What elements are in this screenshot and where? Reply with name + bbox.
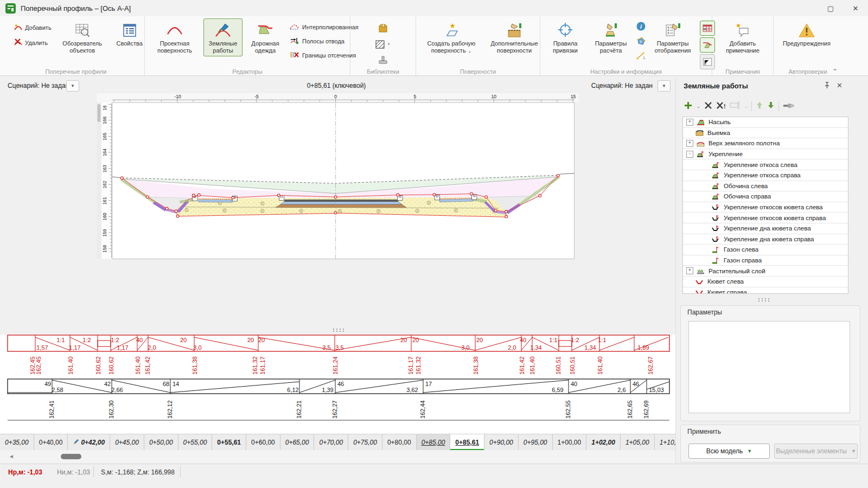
tree-item[interactable]: Газон справа (683, 255, 848, 266)
edit-node[interactable] (146, 196, 149, 198)
interpolated-button[interactable]: Интерполированная (288, 22, 360, 33)
edit-node[interactable] (539, 195, 541, 197)
panel-splitter[interactable] (757, 298, 769, 302)
station-tab[interactable]: 1+00,00 (553, 434, 587, 451)
edit-node[interactable] (505, 215, 508, 218)
apply-all-button[interactable]: Всю модель▼ (688, 444, 770, 459)
warnings-button[interactable]: Предупреждения (778, 18, 835, 49)
cross-section-canvas[interactable]: -10-5051015 1616616516416316216116015915… (0, 93, 675, 325)
edit-node[interactable] (165, 207, 168, 210)
edit-node[interactable] (557, 175, 559, 177)
edit-node[interactable] (494, 209, 497, 212)
edit-node[interactable] (505, 210, 508, 213)
panel-close-icon[interactable]: ✕ (837, 81, 843, 89)
vertical-scrollbar-thumb[interactable] (98, 104, 101, 122)
edit-node[interactable] (120, 177, 123, 179)
scenario-left-dropdown[interactable]: ▼ (66, 80, 79, 92)
tree-item[interactable]: Газон слева (683, 245, 848, 255)
horizontal-scrollbar[interactable]: ◄ (0, 450, 675, 464)
tree-item[interactable]: -Укрепление (683, 149, 848, 160)
station-tab[interactable]: 0+40,00 (34, 434, 68, 451)
panel-pin-icon[interactable] (824, 82, 831, 91)
add-note-button[interactable]: Добавить примечание (717, 18, 769, 56)
highlight-button[interactable] (783, 101, 795, 111)
edit-node[interactable] (433, 193, 436, 196)
tree-expand-toggle[interactable]: + (686, 140, 693, 147)
station-tab[interactable]: 0+60,00 (246, 434, 280, 451)
station-tab[interactable]: 1+05,00 (621, 434, 655, 451)
station-tab[interactable]: 0+55,00 (178, 434, 213, 451)
row-strips-button[interactable]: Полосы отвода (288, 36, 360, 47)
tree-item[interactable]: Кювет справа (683, 287, 848, 294)
tree-item[interactable]: Укрепление откоса слева (683, 159, 848, 170)
station-tab[interactable]: 0+80,00 (382, 434, 417, 451)
info-icon[interactable]: i (636, 22, 646, 33)
move-up-button[interactable] (756, 101, 763, 111)
scenario-right-dropdown[interactable]: ▼ (658, 80, 671, 92)
tree-expand-toggle[interactable]: + (686, 119, 693, 126)
library-box-button[interactable] (375, 22, 391, 35)
station-tab[interactable]: 0+85,00 (417, 434, 451, 451)
segment-info-icon[interactable]: L (636, 52, 646, 62)
delete-item-button[interactable] (704, 101, 712, 112)
create-work-surface-button[interactable]: Создать рабочую поверхность ⌄ (420, 18, 482, 56)
station-tab[interactable]: 0+75,00 (348, 434, 382, 451)
delete-all-button[interactable]: ! (716, 101, 726, 112)
station-tab[interactable]: 1+10,00 (655, 434, 675, 451)
snap-rules-button[interactable]: Правила привязки (545, 18, 586, 56)
params-content[interactable] (688, 321, 850, 413)
tree-item[interactable]: Укрепление откоса справа (683, 170, 848, 181)
ribbon-collapse-icon[interactable]: ⌄ (832, 65, 838, 72)
tree-item[interactable]: Укрепление дна кювета справа (683, 234, 848, 245)
station-tab[interactable]: 0+70,00 (314, 434, 348, 451)
edit-node[interactable] (470, 192, 473, 195)
edit-node[interactable] (485, 196, 488, 198)
station-tab[interactable]: 0+50,00 (144, 434, 178, 451)
horizontal-splitter[interactable] (0, 325, 675, 335)
station-tab[interactable]: 0+35,00 (0, 434, 34, 451)
tree-item[interactable]: +Насыпь (683, 117, 848, 128)
tree-item[interactable]: Обочина справа (683, 191, 848, 202)
edit-node[interactable] (232, 196, 234, 199)
properties-button[interactable]: Свойства (112, 18, 148, 49)
station-tab[interactable]: 0+45,00 (110, 434, 144, 451)
edit-node[interactable] (197, 194, 200, 196)
edit-node[interactable] (277, 194, 280, 197)
additional-surfaces-button[interactable]: Дополнительные поверхности (486, 18, 543, 56)
calc-params-button[interactable]: Параметры расчёта (589, 18, 633, 56)
apply-selected-button[interactable]: Выделенные элементы▼ (774, 444, 858, 459)
move-down-button[interactable] (767, 101, 775, 111)
remove-profile-button[interactable]: Удалить (12, 37, 53, 49)
object-browser-button[interactable]: Обозреватель объектов (56, 18, 108, 56)
clip-bounds-button[interactable]: Границы отсечения (288, 50, 360, 61)
display-params-button[interactable]: Параметры отображения (649, 18, 697, 56)
edit-node[interactable] (192, 194, 195, 197)
station-tab[interactable]: 0+95,00 (519, 434, 553, 451)
pavement-button[interactable]: Дорожная одежда (246, 18, 285, 56)
tree-item[interactable]: Укрепление откосов кювета слева (683, 202, 848, 213)
horizontal-scrollbar-thumb[interactable] (61, 454, 81, 459)
edit-node[interactable] (397, 194, 399, 196)
design-surface-button[interactable]: Проектная поверхность (149, 18, 200, 56)
rename-button[interactable] (730, 101, 741, 111)
station-tab[interactable]: 1+02,00 (586, 434, 621, 451)
scroll-left-icon[interactable]: ◄ (9, 453, 14, 459)
maximize-button[interactable]: ▢ (818, 1, 843, 16)
tree-expand-toggle[interactable]: + (686, 267, 693, 274)
edit-node[interactable] (176, 215, 179, 217)
tree-item[interactable]: Укрепление откосов кювета справа (683, 213, 848, 223)
library-base-button[interactable] (376, 54, 390, 66)
tree-item[interactable]: +Растительный слой (683, 266, 848, 277)
tree-item[interactable]: Обочина слева (683, 181, 848, 192)
add-profile-button[interactable]: Добавить (12, 22, 53, 34)
station-tab[interactable]: 0+55,61 (212, 434, 246, 451)
tree-item[interactable]: Укрепление дна кювета слева (683, 223, 848, 234)
library-hatch-button[interactable] (373, 38, 393, 50)
add-item-button[interactable] (684, 101, 693, 112)
tree-expand-toggle[interactable]: - (686, 151, 693, 158)
add-item-dropdown-icon[interactable]: ⌄ (697, 104, 700, 109)
tree-item[interactable]: Кювет слева (683, 277, 848, 287)
tree-item[interactable]: +Верх земляного полотна (683, 138, 848, 149)
area-info-icon[interactable]: s (636, 37, 646, 48)
station-tab[interactable]: 0+42,00 (68, 434, 110, 451)
